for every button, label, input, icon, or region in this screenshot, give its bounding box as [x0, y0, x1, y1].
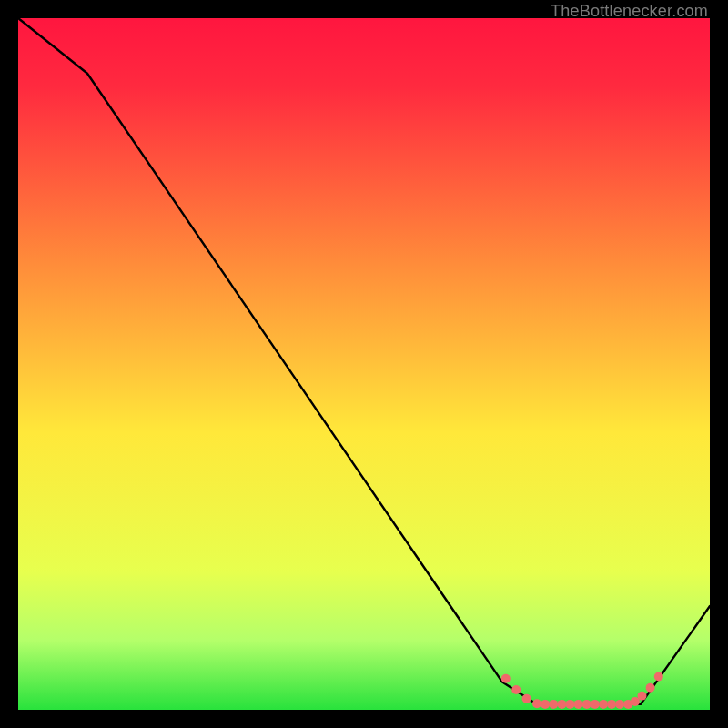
- watermark-text: TheBottlenecker.com: [551, 2, 708, 21]
- data-dot: [607, 700, 616, 709]
- data-dot: [638, 692, 647, 701]
- data-dot: [574, 700, 583, 709]
- data-dot: [532, 699, 541, 708]
- data-dot: [654, 672, 663, 682]
- data-dot: [501, 674, 511, 683]
- data-dot: [522, 694, 531, 703]
- data-dot: [591, 700, 600, 709]
- data-dot: [549, 700, 558, 709]
- chart-container: TheBottlenecker.com: [0, 0, 728, 728]
- data-dot: [541, 700, 550, 709]
- data-dot: [511, 685, 521, 694]
- curve-line: [18, 18, 710, 704]
- data-dot: [566, 700, 575, 709]
- chart-svg: [18, 18, 710, 710]
- data-dot: [646, 683, 655, 693]
- data-dot: [582, 700, 592, 709]
- plot-area: [18, 18, 710, 710]
- data-dot: [557, 700, 566, 709]
- data-dot: [615, 700, 624, 709]
- data-dot: [599, 700, 608, 709]
